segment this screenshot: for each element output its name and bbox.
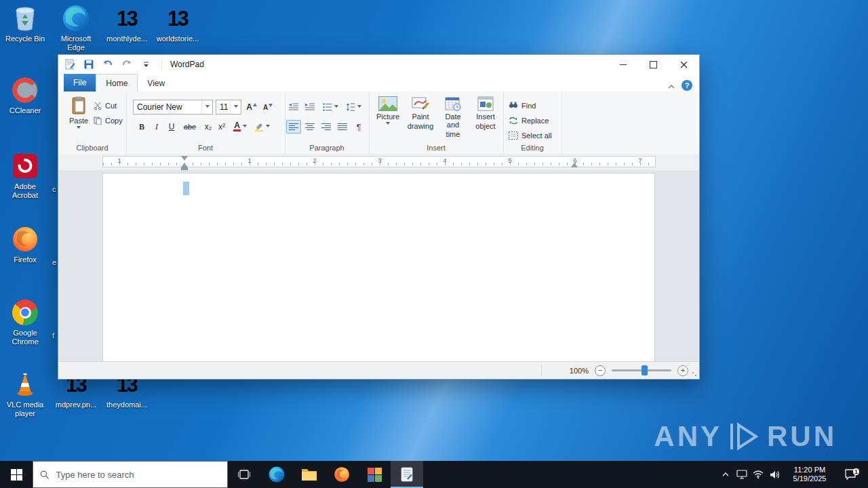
task-view-button[interactable] [228,461,260,488]
insert-picture-button[interactable]: Picture [373,94,403,143]
desktop-icon-monthlyde[interactable]: 13 monthlyde... [103,4,151,43]
tab-file[interactable]: File [64,74,96,92]
ruler[interactable]: 1 1 2 3 4 5 6 7 [58,154,699,171]
help-icon[interactable]: ? [682,80,692,91]
paint-drawing-button[interactable]: Paint drawing [406,94,435,143]
strikethrough-button[interactable]: abe [180,120,199,134]
taskbar-file-explorer[interactable] [293,461,326,488]
customize-qat-dropdown-icon[interactable] [140,58,152,70]
document-page[interactable] [102,173,655,362]
list-icon [323,103,332,111]
desktop-icon-microsoft-edge[interactable]: MicrosoftEdge [52,4,100,52]
tab-view[interactable]: View [138,75,174,92]
shrink-font-button[interactable]: A [260,100,275,115]
list-button[interactable] [320,100,340,115]
action-center-button[interactable]: 1 [837,461,864,488]
font-size-combo[interactable]: 11 [216,100,241,115]
zoom-controls: 100% − + [570,362,688,379]
underline-button[interactable]: U [165,120,178,134]
site-13-icon: 13 [163,4,192,33]
desktop-icon-firefox[interactable]: Firefox [1,225,49,264]
desktop-icon-adobe-acrobat[interactable]: AdobeAcrobat [1,152,49,200]
wifi-icon [753,470,764,479]
taskbar-edge[interactable] [260,461,293,488]
justify-button[interactable] [335,120,350,134]
decrease-indent-button[interactable] [286,100,301,115]
paste-button[interactable]: Paste [65,94,92,143]
redo-icon[interactable] [121,58,133,70]
start-button[interactable] [0,461,33,488]
font-family-dropdown-icon[interactable] [201,100,212,114]
bold-button[interactable]: B [136,120,148,134]
hanging-indent-marker[interactable] [181,159,188,167]
zoom-slider[interactable] [612,369,671,371]
insert-object-button[interactable]: Insert object [471,94,500,143]
increase-indent-icon [304,103,315,111]
font-color-button[interactable]: A [231,120,250,134]
clock-date: 5/19/2025 [785,474,834,483]
chevron-up-icon [722,472,729,476]
window-controls [608,55,699,74]
save-icon[interactable] [83,58,95,70]
align-right-button[interactable] [319,120,334,134]
date-time-button[interactable]: Date and time [438,94,468,143]
tray-volume-icon[interactable] [766,461,783,488]
line-spacing-button[interactable] [343,100,363,115]
increase-indent-button[interactable] [302,100,317,115]
minimize-button[interactable] [608,55,638,74]
maximize-button[interactable] [638,55,669,74]
paragraph-dialog-button[interactable]: ¶ [353,120,365,134]
hidden-icon-label-fragment: c [52,185,56,193]
desktop-icon-ccleaner[interactable]: CCleaner [1,76,49,115]
highlight-button[interactable] [252,120,271,134]
copy-button[interactable]: Copy [94,115,125,127]
zoom-level: 100% [570,367,589,375]
file-explorer-icon [301,467,317,482]
collapse-ribbon-icon[interactable] [668,79,675,92]
tray-pc-icon[interactable] [734,461,750,488]
zoom-out-button[interactable]: − [595,365,606,376]
wordpad-icon [401,467,413,482]
font-family-combo[interactable]: Courier New [133,100,213,115]
grow-font-arrow-icon [253,103,257,106]
justify-icon [338,123,347,131]
align-left-button[interactable] [286,120,301,134]
tray-network-icon[interactable] [750,461,766,488]
close-button[interactable] [669,55,699,74]
shrink-font-arrow-icon [269,104,273,107]
align-left-icon [289,123,298,131]
subscript-button[interactable]: x₂ [202,120,214,134]
taskbar-firefox[interactable] [326,461,358,488]
taskbar-app-colorful[interactable] [358,461,391,488]
resize-grip[interactable] [692,371,697,377]
desktop-icon-recycle-bin[interactable]: Recycle Bin [1,4,49,43]
taskbar-clock[interactable]: 11:20 PM 5/19/2025 [783,466,837,483]
window-title: WordPad [161,60,204,69]
watermark-any-text: ANY [654,420,722,453]
right-indent-marker[interactable] [571,159,578,167]
font-size-dropdown-icon[interactable] [230,100,241,114]
find-button[interactable]: Find [509,100,557,112]
undo-icon[interactable] [102,58,114,70]
hidden-icons-chevron[interactable] [717,461,734,488]
zoom-slider-thumb[interactable] [642,365,648,375]
grow-font-button[interactable]: A [244,100,259,115]
desktop-icon-worldstorie[interactable]: 13 worldstorie... [154,4,201,43]
taskbar-search[interactable] [33,461,228,488]
search-input[interactable] [55,469,220,481]
tab-home[interactable]: Home [96,74,138,92]
italic-button[interactable]: I [151,120,163,134]
decrease-indent-icon [288,103,299,111]
cut-icon [94,102,102,110]
select-all-button[interactable]: Select all [509,129,560,142]
align-center-button[interactable] [302,120,317,134]
anyrun-logo-icon [729,422,760,451]
desktop-icon-vlc[interactable]: VLC mediaplayer [1,370,49,418]
superscript-button[interactable]: x² [216,120,228,134]
cut-button[interactable]: Cut [94,100,125,112]
zoom-in-button[interactable]: + [677,365,688,376]
taskbar-wordpad[interactable] [391,461,423,488]
picture-dropdown-icon [386,122,390,127]
desktop-icon-google-chrome[interactable]: GoogleChrome [1,298,49,346]
replace-button[interactable]: Replace [509,115,557,127]
